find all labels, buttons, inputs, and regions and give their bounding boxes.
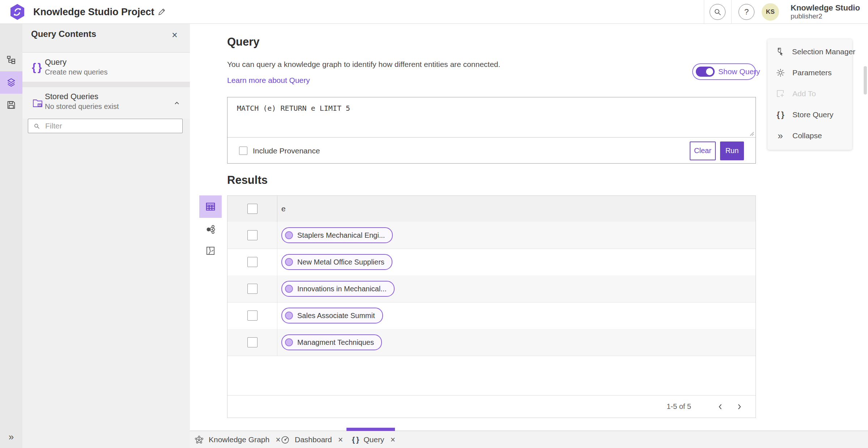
- data-model-icon: [6, 55, 16, 65]
- entity-chip[interactable]: Sales Associate Summit: [281, 308, 383, 324]
- help-button[interactable]: ?: [739, 4, 754, 20]
- tab-query[interactable]: { } Query ×: [352, 431, 395, 448]
- query-description: You can query a knowledge graph to ident…: [227, 60, 500, 69]
- add-to-button[interactable]: Add To: [767, 83, 852, 104]
- parameters-button[interactable]: Parameters: [767, 62, 852, 83]
- toggle-knob: [705, 67, 714, 76]
- row-checkbox[interactable]: [247, 257, 258, 267]
- entity-chip[interactable]: Managment Techniques: [281, 334, 382, 350]
- row-checkbox[interactable]: [247, 337, 258, 347]
- panel-item-subtitle: Create new queries: [45, 68, 107, 76]
- query-editor-box: MATCH (e) RETURN e LIMIT 5 Include Prove…: [227, 97, 756, 164]
- query-input[interactable]: MATCH (e) RETURN e LIMIT 5: [227, 97, 756, 137]
- edit-title-button[interactable]: [156, 6, 168, 18]
- entity-label: New Metal Office Suppliers: [297, 258, 384, 266]
- toggle-track[interactable]: [696, 67, 715, 77]
- store-query-button[interactable]: { } Store Query: [767, 104, 852, 125]
- panel-gap: [22, 82, 190, 87]
- entity-label: Staplers Mechanical Engi...: [297, 231, 385, 240]
- braces-icon: { }: [32, 61, 41, 73]
- entity-chip[interactable]: Staplers Mechanical Engi...: [281, 227, 393, 243]
- stored-queries-filter: [28, 119, 183, 133]
- view-map-button[interactable]: [199, 240, 222, 262]
- search-icon: [33, 123, 40, 130]
- collapse-panel-button[interactable]: » Collapse: [767, 125, 852, 146]
- entity-chip[interactable]: New Metal Office Suppliers: [281, 254, 392, 270]
- table-row: New Metal Office Suppliers: [227, 249, 756, 276]
- action-label: Add To: [792, 89, 816, 98]
- user-info[interactable]: Knowledge Studio publisher2: [791, 3, 860, 20]
- action-label: Selection Manager: [792, 47, 855, 56]
- close-icon[interactable]: ×: [276, 436, 280, 444]
- toggle-label: Show Query: [718, 67, 760, 76]
- entity-dot-icon: [285, 312, 293, 320]
- resize-grip-icon[interactable]: [749, 131, 754, 136]
- learn-more-link[interactable]: Learn more about Query: [227, 76, 310, 85]
- save-icon: [6, 100, 16, 110]
- run-button[interactable]: Run: [720, 141, 744, 160]
- layers-icon: [6, 77, 16, 88]
- expand-rail-button[interactable]: »: [0, 426, 22, 448]
- close-icon[interactable]: ×: [338, 436, 343, 444]
- tab-label: Knowledge Graph: [209, 435, 269, 444]
- entity-dot-icon: [285, 231, 293, 239]
- clear-button-label: Clear: [694, 147, 711, 155]
- results-table: e Staplers Mechanical Engi... New Metal …: [227, 195, 756, 418]
- tab-knowledge-graph[interactable]: Knowledge Graph ×: [194, 431, 281, 448]
- selection-manager-icon: [775, 47, 785, 56]
- gear-icon: [775, 68, 785, 77]
- topbar-divider: [704, 0, 704, 24]
- dashboard-gauge-icon: [280, 435, 290, 445]
- selection-manager-button[interactable]: Selection Manager: [767, 41, 852, 62]
- panel-close-button[interactable]: ×: [169, 30, 180, 41]
- select-all-checkbox[interactable]: [247, 204, 258, 214]
- entity-chip[interactable]: Innovations in Mechanical...: [281, 281, 395, 297]
- query-editor-footer: Include Provenance Clear Run: [227, 137, 756, 164]
- panel-item-query[interactable]: { } Query Create new queries: [22, 53, 190, 82]
- help-icon: ?: [744, 7, 749, 17]
- braces-icon: { }: [352, 435, 359, 444]
- search-button[interactable]: [710, 4, 726, 20]
- panel-item-stored-queries[interactable]: Stored Queries No stored queries exist: [22, 87, 190, 119]
- previous-page-button[interactable]: [714, 400, 727, 414]
- tab-dashboard[interactable]: Dashboard ×: [280, 431, 343, 448]
- include-provenance-checkbox[interactable]: [239, 147, 247, 155]
- entity-label: Sales Associate Summit: [297, 312, 375, 320]
- header-checkbox-cell: [227, 196, 277, 222]
- run-button-label: Run: [726, 147, 739, 155]
- clear-button[interactable]: Clear: [690, 141, 716, 160]
- tab-label: Query: [363, 435, 384, 444]
- view-table-button[interactable]: [199, 195, 222, 218]
- rail-item-contents[interactable]: [0, 71, 22, 94]
- project-title: Knowledge Studio Project: [33, 0, 154, 24]
- show-query-toggle[interactable]: Show Query: [692, 63, 756, 80]
- column-header-e: e: [277, 196, 756, 222]
- action-label: Parameters: [792, 68, 832, 77]
- query-actions-panel: Selection Manager Parameters Add To { }: [767, 39, 852, 150]
- action-label: Store Query: [792, 110, 833, 119]
- close-icon: ×: [172, 30, 178, 40]
- rail-item-save[interactable]: [0, 94, 22, 116]
- double-chevron-right-icon: »: [9, 431, 14, 443]
- close-icon[interactable]: ×: [390, 436, 395, 444]
- map-view-icon: [205, 245, 216, 256]
- next-page-button[interactable]: [732, 400, 746, 414]
- entity-label: Managment Techniques: [297, 338, 374, 347]
- add-to-icon: [775, 89, 785, 98]
- collapse-section-button[interactable]: [173, 100, 180, 107]
- row-checkbox[interactable]: [247, 310, 258, 321]
- row-checkbox[interactable]: [247, 284, 258, 294]
- product-name: Knowledge Studio: [791, 3, 860, 12]
- rail-item-data-model[interactable]: [0, 49, 22, 71]
- app-logo-icon[interactable]: [9, 3, 26, 21]
- scrollbar-thumb[interactable]: [864, 66, 867, 94]
- view-link-chart-button[interactable]: [199, 218, 222, 241]
- pagination-range: 1-5 of 5: [667, 402, 691, 411]
- action-label: Collapse: [792, 131, 822, 140]
- panel-title: Query Contents: [31, 29, 96, 39]
- row-checkbox[interactable]: [247, 230, 258, 240]
- active-tab-indicator: [346, 428, 395, 431]
- knowledge-graph-icon: [194, 435, 204, 445]
- filter-input[interactable]: [44, 121, 179, 131]
- user-avatar[interactable]: KS: [762, 3, 779, 21]
